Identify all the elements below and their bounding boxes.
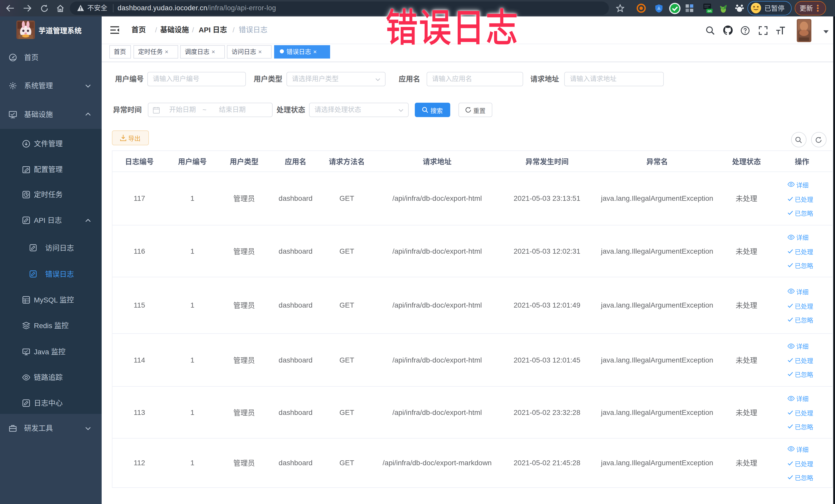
svg-text:on: on xyxy=(708,9,712,13)
